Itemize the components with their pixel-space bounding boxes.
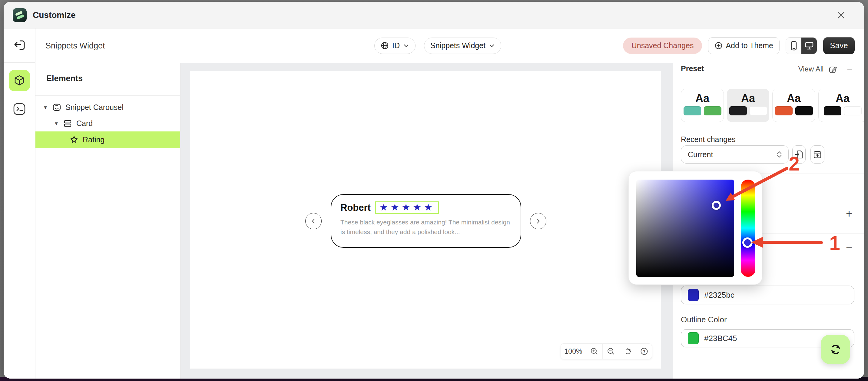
globe-icon [381,41,389,50]
sync-icon [828,342,843,357]
carousel-prev-button[interactable] [305,213,322,229]
app-logo [13,8,27,22]
hue-handle[interactable] [742,237,753,248]
widget-dropdown-value: Snippets Widget [430,41,486,50]
chevron-down-icon [403,43,409,49]
tree-item-rating[interactable]: Rating [35,131,180,148]
widget-dropdown[interactable]: Snippets Widget [424,37,501,54]
locale-dropdown[interactable]: ID [374,37,415,54]
page-title: Customize [33,10,76,20]
recent-changes-value: Current [688,150,713,159]
add-to-theme-label: Add to Theme [726,41,773,50]
locale-value: ID [392,41,400,50]
preset-swatch [795,106,813,116]
zoom-toolbar: 100% [561,344,652,359]
preset-card-4[interactable]: Aa [818,89,864,122]
help-button[interactable]: ? [636,344,652,359]
expand-section-button[interactable]: + [846,209,852,219]
star-color-field[interactable]: #2325bc [681,286,855,305]
zoom-out-button[interactable] [602,344,619,359]
snippet-card[interactable]: Robert ★★★★★ These black eyeglasses are … [331,194,521,248]
exit-button[interactable] [13,38,26,52]
code-tool-button[interactable] [13,102,26,116]
preset-sample-text: Aa [836,92,849,105]
carousel-icon [52,103,61,112]
preset-section-title: Preset [681,64,704,73]
elements-tree: ▾ Snippet Carousel ▾ [35,99,180,148]
collapse-preset-button[interactable]: − [847,64,852,74]
sync-floating-button[interactable] [821,335,850,364]
outline-color-swatch[interactable] [688,332,699,344]
logo-icon [13,8,27,22]
header-actions: Unsaved Changes Add to Theme [623,37,855,54]
desktop-preview-button[interactable] [801,37,817,54]
preset-sample-text: Aa [787,92,801,105]
preset-card-3[interactable]: Aa [772,89,815,122]
unsaved-changes-badge: Unsaved Changes [623,37,702,54]
header-dropdowns: ID Snippets Widget [374,37,501,54]
add-to-theme-button[interactable]: Add to Theme [708,37,780,54]
pan-tool-button[interactable] [619,344,636,359]
star-color-swatch[interactable] [688,289,699,301]
preset-swatch [775,106,793,116]
view-all-link[interactable]: View All [798,65,824,73]
widget-title: Snippets Widget [45,41,105,50]
import-changes-button[interactable] [792,146,806,163]
export-changes-button[interactable] [810,146,825,163]
hue-slider[interactable] [741,180,755,277]
tree-item-label: Snippet Carousel [65,103,124,112]
tree-item-card[interactable]: ▾ Card [35,116,180,131]
chevron-left-icon [310,218,317,224]
review-text: These black eyeglasses are amazing! The … [340,218,515,236]
mobile-icon [789,40,798,51]
close-button[interactable] [836,10,846,21]
star-color-value[interactable]: #2325bc [704,290,735,300]
preview-canvas[interactable]: Robert ★★★★★ These black eyeglasses are … [190,71,661,369]
svg-text:?: ? [643,349,645,354]
rail-divider [4,62,35,63]
preset-swatch [750,106,767,116]
saturation-handle[interactable] [712,201,721,210]
collapse-section-button[interactable]: − [846,242,852,253]
tree-item-label: Rating [83,135,104,144]
edit-icon[interactable] [828,64,838,74]
plus-circle-icon [714,41,723,50]
elements-panel: Elements ▾ Snippet Carousel [35,63,181,379]
top-bar: Customize [4,2,864,29]
rating-stars[interactable]: ★★★★★ [379,202,435,213]
hand-icon [623,347,632,355]
tree-item-label: Card [76,119,93,128]
chevron-down-icon [489,43,495,49]
tree-item-snippet-carousel[interactable]: ▾ Snippet Carousel [35,99,180,116]
zoom-level: 100% [561,344,586,359]
desktop-icon [804,41,814,51]
outline-color-value[interactable]: #23BC45 [704,334,737,343]
preset-swatch [844,106,862,116]
rating-selection-outline[interactable]: ★★★★★ [375,201,439,214]
zoom-in-button[interactable] [586,344,602,359]
caret-down-icon[interactable]: ▾ [54,120,59,127]
reviewer-name: Robert [340,202,371,213]
exit-icon [13,38,26,52]
editor-header: Snippets Widget ID [35,29,864,63]
elements-tool-button[interactable] [9,70,30,91]
saturation-square[interactable] [636,180,734,277]
outline-color-label: Outline Color [681,315,727,324]
close-icon [836,10,846,20]
carousel-next-button[interactable] [530,213,546,229]
canvas-area: Robert ★★★★★ These black eyeglasses are … [181,63,673,379]
box-upload-icon [813,150,822,159]
panel-divider [35,95,180,96]
mobile-preview-button[interactable] [786,37,801,54]
preset-swatch [704,106,721,116]
save-button[interactable]: Save [823,37,855,54]
screen: Customize [0,0,868,381]
recent-changes-label: Recent changes [681,135,736,144]
zoom-out-icon [607,347,615,355]
recent-changes-select[interactable]: Current [681,146,789,163]
preset-sample-text: Aa [741,92,755,105]
preset-card-2-selected[interactable]: Aa [727,89,769,122]
preset-card-1[interactable]: Aa [681,89,724,122]
caret-down-icon[interactable]: ▾ [43,104,48,111]
chevron-right-icon [535,218,541,224]
